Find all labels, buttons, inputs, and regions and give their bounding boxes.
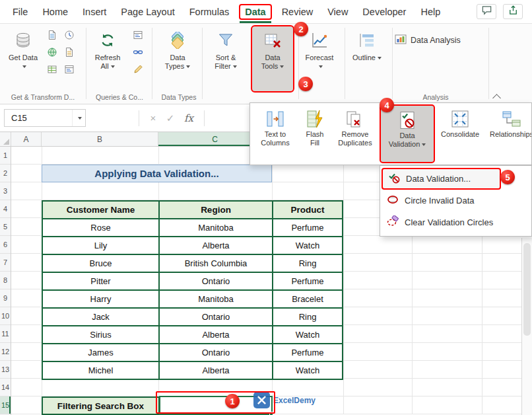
refresh-all-button[interactable]: Refresh All — [88, 26, 127, 90]
row-header-6[interactable]: 6 — [0, 236, 11, 254]
table-cell[interactable]: Watch — [273, 237, 343, 255]
row-header-9[interactable]: 9 — [0, 289, 11, 307]
table-cell[interactable]: Bracelet — [273, 291, 343, 309]
table-header-cell[interactable]: Region — [160, 202, 273, 219]
from-web-icon[interactable] — [46, 46, 58, 58]
menu-bar: File Home Insert Page Layout Formulas Da… — [0, 0, 532, 24]
table-cell[interactable]: British Columbia — [160, 255, 273, 273]
filtering-search-box-label-cell[interactable]: Filtering Search Box — [42, 396, 160, 415]
table-cell[interactable]: Sirius — [43, 326, 160, 344]
data-source-icon[interactable] — [63, 63, 75, 75]
table-cell[interactable]: Watch — [273, 362, 343, 380]
table-header-cell[interactable]: Product — [273, 202, 343, 219]
table-cell[interactable]: Watch — [273, 326, 343, 344]
table-cell[interactable]: Harry — [43, 291, 160, 309]
data-tools-button[interactable]: Data Tools — [251, 25, 294, 93]
data-validation-button[interactable]: Data Validation — [380, 104, 435, 163]
menu-item-clear-validation-circles[interactable]: Clear Validation Circles — [380, 211, 531, 233]
outline-button[interactable]: Outline — [347, 26, 387, 90]
table-cell[interactable]: Pitter — [43, 273, 160, 291]
workbook-links-icon[interactable] — [132, 46, 144, 58]
from-table-icon[interactable] — [46, 63, 58, 75]
consolidate-button[interactable]: Consolidate — [435, 104, 485, 163]
relationships-button[interactable]: Relationships — [485, 104, 532, 163]
text-to-columns-button[interactable]: Text to Columns — [251, 104, 299, 163]
table-cell[interactable]: Bruce — [43, 255, 160, 273]
vertical-scrollbar[interactable] — [521, 238, 532, 415]
annotation-step-4: 4 — [380, 98, 394, 112]
row-header-13[interactable]: 13 — [0, 361, 11, 379]
enter-icon[interactable]: ✓ — [162, 112, 179, 124]
cancel-icon[interactable]: × — [145, 112, 162, 124]
table-cell[interactable]: Alberta — [160, 326, 273, 344]
name-box[interactable]: C15 — [4, 109, 86, 127]
flash-fill-button[interactable]: Flash Fill — [299, 104, 331, 163]
table-cell[interactable]: Perfume — [273, 219, 343, 237]
data-tools-icon — [264, 30, 281, 51]
column-header-a[interactable]: A — [11, 132, 42, 146]
table-cell[interactable]: Jack — [43, 309, 160, 326]
sheet-title-cell[interactable]: Applying Data Validation... — [42, 165, 272, 182]
comments-button[interactable] — [477, 4, 496, 19]
menu-tab-data[interactable]: Data — [238, 0, 273, 23]
menu-tab-help[interactable]: Help — [415, 0, 446, 23]
name-box-value: C15 — [11, 113, 27, 123]
scrollbar-thumb[interactable] — [523, 243, 531, 336]
sort-filter-button[interactable]: Sort & Filter — [205, 26, 247, 90]
table-header-cell[interactable]: Customer Name — [43, 202, 160, 219]
menu-tab-developer[interactable]: Developer — [356, 0, 412, 23]
data-types-button[interactable]: Data Types — [157, 26, 198, 90]
table-cell[interactable]: Lily — [43, 237, 160, 255]
menu-tab-page-layout[interactable]: Page Layout — [115, 0, 180, 23]
get-data-button[interactable]: Get Data — [4, 26, 42, 90]
menu-tab-home[interactable]: Home — [36, 0, 74, 23]
existing-connections-icon[interactable] — [63, 46, 75, 58]
table-cell[interactable]: Ring — [273, 309, 343, 326]
table-cell[interactable]: Ring — [273, 255, 343, 273]
menu-tab-formulas[interactable]: Formulas — [183, 0, 235, 23]
table-cell[interactable]: Rose — [43, 219, 160, 237]
insert-function-icon[interactable]: fx — [179, 112, 199, 124]
row-header-14[interactable]: 14 — [0, 379, 11, 396]
from-text-icon[interactable] — [46, 29, 58, 41]
row-header-8[interactable]: 8 — [0, 272, 11, 289]
table-cell[interactable]: Ontario — [160, 309, 273, 326]
row-header-5[interactable]: 5 — [0, 218, 11, 236]
refresh-all-label: Refresh All — [95, 54, 121, 70]
table-cell[interactable]: Manitoba — [160, 219, 273, 237]
connection-properties-icon[interactable] — [132, 29, 144, 41]
share-button[interactable] — [503, 4, 523, 19]
table-cell[interactable]: Manitoba — [160, 291, 273, 309]
row-header-3[interactable]: 3 — [0, 182, 11, 200]
name-box-chevron[interactable] — [72, 110, 85, 126]
edit-links-icon[interactable] — [132, 63, 144, 75]
menu-tab-insert[interactable]: Insert — [77, 0, 112, 23]
recent-sources-icon[interactable] — [63, 29, 75, 41]
row-header-15[interactable]: 15 — [0, 396, 11, 414]
table-cell[interactable]: Alberta — [160, 362, 273, 380]
row-header-12[interactable]: 12 — [0, 343, 11, 361]
table-cell[interactable]: Ontario — [160, 273, 273, 291]
row-header-7[interactable]: 7 — [0, 254, 11, 272]
remove-duplicates-button[interactable]: Remove Duplicates — [331, 104, 380, 163]
row-header-11[interactable]: 11 — [0, 325, 11, 343]
table-cell[interactable]: James — [43, 344, 160, 362]
menu-tab-review[interactable]: Review — [276, 0, 319, 23]
menu-tab-file[interactable]: File — [7, 0, 34, 23]
menu-tab-view[interactable]: View — [321, 0, 354, 23]
table-cell[interactable]: Perfume — [273, 273, 343, 291]
table-cell[interactable]: Perfume — [273, 344, 343, 362]
row-header-2[interactable]: 2 — [0, 165, 11, 182]
table-cell[interactable]: Ontario — [160, 344, 273, 362]
table-cell[interactable]: Alberta — [160, 237, 273, 255]
row-header-4[interactable]: 4 — [0, 200, 11, 218]
select-all-corner[interactable] — [0, 132, 11, 146]
table-cell[interactable]: Michel — [43, 362, 160, 380]
menu-item-circle-invalid-data[interactable]: Circle Invalid Data — [380, 190, 531, 211]
menu-item-data-validation[interactable]: Data Validation... — [382, 168, 501, 190]
column-header-b[interactable]: B — [42, 132, 158, 146]
data-analysis-button[interactable]: Data Analysis — [395, 33, 461, 48]
collapse-ribbon-icon[interactable] — [492, 94, 501, 102]
row-header-10[interactable]: 10 — [0, 307, 11, 325]
row-header-1[interactable]: 1 — [0, 147, 11, 165]
